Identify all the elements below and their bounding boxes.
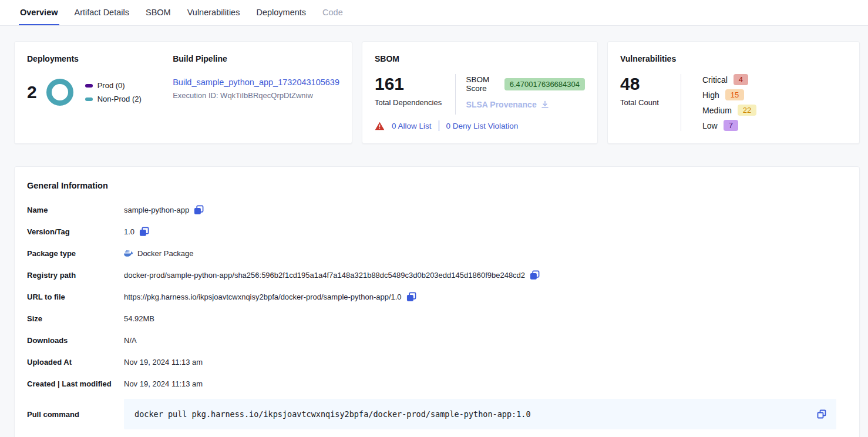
copy-icon[interactable] (194, 205, 204, 215)
artifact-tabbar: Overview Artifact Details SBOM Vulnerabi… (0, 0, 868, 26)
row-uploaded-at: Uploaded At Nov 19, 2024 11:13 am (27, 355, 847, 368)
tab-deployments[interactable]: Deployments (255, 0, 307, 25)
severity-critical-badge: 4 (734, 74, 748, 85)
severity-medium-badge: 22 (738, 105, 756, 116)
sbom-title: SBOM (375, 54, 585, 63)
row-pull-command: Pull command docker pull pkg.harness.io/… (27, 399, 847, 429)
registry-path-label: Registry path (27, 271, 124, 280)
general-information-card: General Information Name sample-python-a… (14, 166, 860, 437)
copy-icon[interactable] (139, 227, 149, 237)
tab-sbom[interactable]: SBOM (144, 0, 172, 25)
sbom-card: SBOM 161 Total Dependencies SBOM Score 6… (362, 41, 598, 144)
deployments-column: Deployments 2 Prod (0) Non-Prod (2) (27, 54, 173, 131)
sbom-total: 161 (375, 74, 455, 93)
deployments-donut-chart (46, 79, 73, 106)
vulnerabilities-card: Vulnerabilities 48 Total Count Critical … (607, 41, 860, 144)
deployments-legend: Prod (0) Non-Prod (2) (85, 81, 142, 103)
deny-list-link[interactable]: 0 Deny List Violation (446, 122, 519, 130)
severity-row-critical: Critical 4 (702, 74, 756, 85)
sbom-score-block: SBOM Score 6.470017636684304 SLSA Proven… (466, 74, 585, 115)
created-modified-label: Created | Last modified (27, 379, 124, 388)
vulnerabilities-total-label: Total Count (620, 98, 681, 107)
severity-row-medium: Medium 22 (702, 105, 756, 116)
vulnerabilities-total-block: 48 Total Count (620, 74, 681, 131)
copy-icon[interactable] (530, 270, 540, 280)
link-divider (439, 120, 439, 131)
row-registry-path: Registry path docker-prod/sample-python-… (27, 268, 847, 281)
vertical-divider (681, 74, 681, 131)
url-to-file-value: https://pkg.harness.io/ikpsjoavtcwxnqisy… (124, 293, 402, 301)
row-name: Name sample-python-app (27, 203, 847, 216)
slsa-provenance-label: SLSA Provenance (466, 100, 537, 109)
tab-overview[interactable]: Overview (19, 0, 59, 25)
sbom-score-badge: 6.470017636684304 (504, 78, 585, 90)
size-value: 54.92MB (124, 314, 154, 323)
severity-high-badge: 15 (725, 89, 744, 100)
pull-command-box: docker pull pkg.harness.io/ikpsjoavtcwxn… (124, 399, 836, 429)
legend-item-prod: Prod (0) (85, 81, 142, 90)
download-icon (540, 100, 550, 109)
legend-item-nonprod: Non-Prod (2) (85, 95, 142, 103)
vulnerabilities-title: Vulnerabilities (620, 54, 847, 63)
row-downloads: Downloads N/A (27, 334, 847, 347)
prod-marker-icon (85, 84, 93, 88)
severity-low-badge: 7 (724, 120, 738, 131)
sbom-total-block: 161 Total Dependencies (375, 74, 455, 115)
tab-code: Code (321, 0, 344, 25)
uploaded-at-value: Nov 19, 2024 11:13 am (124, 358, 203, 367)
row-size: Size 54.92MB (27, 312, 847, 325)
vulnerabilities-total: 48 (620, 74, 681, 93)
url-to-file-label: URL to file (27, 293, 124, 301)
severity-row-high: High 15 (702, 89, 756, 100)
slsa-provenance-button[interactable]: SLSA Provenance (466, 100, 585, 109)
uploaded-at-label: Uploaded At (27, 358, 124, 367)
sbom-total-label: Total Dependencies (375, 98, 455, 107)
deployments-total: 2 (27, 83, 37, 101)
summary-cards-row: Deployments 2 Prod (0) Non-Prod (2) Buil… (0, 26, 868, 144)
size-label: Size (27, 314, 124, 323)
copy-icon[interactable] (816, 409, 827, 419)
sbom-score-label: SBOM Score (466, 75, 499, 93)
severity-critical-label: Critical (702, 75, 728, 85)
deployments-card: Deployments 2 Prod (0) Non-Prod (2) Buil… (14, 41, 352, 144)
name-label: Name (27, 206, 124, 214)
downloads-value: N/A (124, 336, 137, 345)
pull-command-value: docker pull pkg.harness.io/ikpsjoavtcwxn… (134, 409, 816, 419)
row-package-type: Package type Docker Package (27, 247, 847, 260)
name-value: sample-python-app (124, 206, 189, 214)
build-pipeline-link[interactable]: Build_sample_python_app_1732043105639 (173, 78, 339, 87)
copy-icon[interactable] (406, 292, 416, 302)
row-version-tag: Version/Tag 1.0 (27, 225, 847, 238)
severity-low-label: Low (702, 121, 718, 130)
row-created-modified: Created | Last modified Nov 19, 2024 11:… (27, 377, 847, 390)
build-pipeline-column: Build Pipeline Build_sample_python_app_1… (173, 54, 339, 131)
warning-icon (375, 122, 385, 130)
package-type-label: Package type (27, 249, 124, 258)
version-tag-value: 1.0 (124, 227, 134, 236)
vertical-divider (455, 74, 456, 115)
general-information-title: General Information (27, 181, 847, 190)
execution-id-text: Execution ID: WqkTiIbBRqecQrpDtZwniw (173, 91, 339, 100)
severity-high-label: High (702, 90, 719, 100)
allow-list-link[interactable]: 0 Allow List (392, 122, 432, 130)
build-pipeline-title: Build Pipeline (173, 54, 339, 63)
legend-nonprod-label: Non-Prod (2) (97, 95, 142, 103)
severity-list: Critical 4 High 15 Medium 22 Low 7 (692, 74, 756, 131)
docker-icon (124, 250, 134, 257)
legend-prod-label: Prod (0) (97, 81, 125, 90)
tab-vulnerabilities[interactable]: Vulnerabilities (186, 0, 241, 25)
severity-row-low: Low 7 (702, 120, 756, 131)
pull-command-label: Pull command (27, 410, 124, 419)
downloads-label: Downloads (27, 336, 124, 345)
created-modified-value: Nov 19, 2024 11:13 am (124, 379, 203, 388)
nonprod-marker-icon (85, 98, 93, 101)
deployments-title: Deployments (27, 54, 173, 63)
severity-medium-label: Medium (702, 106, 732, 115)
row-url-to-file: URL to file https://pkg.harness.io/ikpsj… (27, 290, 847, 303)
tab-artifact-details[interactable]: Artifact Details (73, 0, 130, 25)
version-tag-label: Version/Tag (27, 227, 124, 236)
package-type-value: Docker Package (137, 249, 193, 258)
registry-path-value: docker-prod/sample-python-app/sha256:596… (124, 271, 525, 280)
